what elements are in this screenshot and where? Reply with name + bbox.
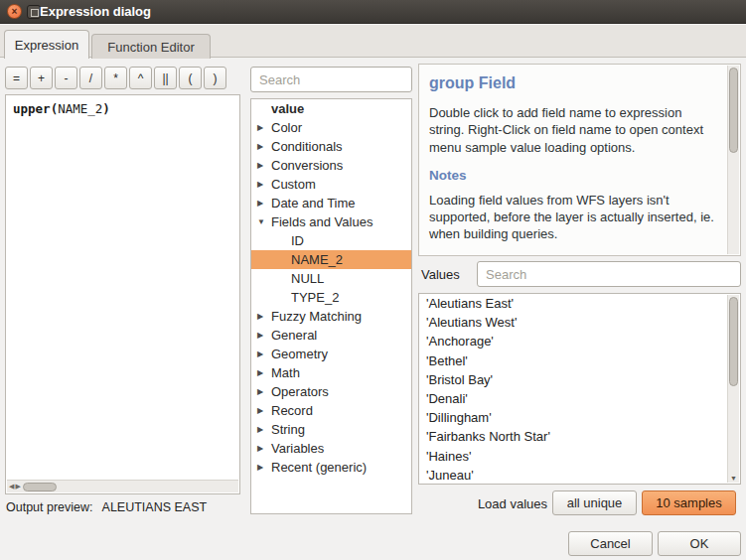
tree-item[interactable]: Custom xyxy=(251,175,411,194)
tree-item[interactable]: Variables xyxy=(251,439,411,458)
help-notes-text: Loading field values from WFS layers isn… xyxy=(429,192,718,243)
expander-icon[interactable] xyxy=(257,444,271,453)
expander-icon[interactable] xyxy=(257,217,271,226)
operator-button[interactable]: = xyxy=(5,67,28,89)
expander-icon[interactable] xyxy=(257,199,271,208)
tree-item[interactable]: Math xyxy=(251,363,411,382)
tree-item[interactable]: Operators xyxy=(251,382,411,401)
tree-item[interactable]: Color xyxy=(251,118,411,137)
expander-icon[interactable] xyxy=(257,123,271,132)
expander-icon[interactable] xyxy=(257,387,271,396)
expander-icon[interactable] xyxy=(257,350,271,358)
help-scrollbar[interactable] xyxy=(727,66,739,254)
value-item[interactable]: 'Dillingham' xyxy=(419,408,727,427)
tree-item[interactable]: TYPE_2 xyxy=(251,288,411,307)
operator-button[interactable]: || xyxy=(154,67,177,89)
operator-button[interactable]: * xyxy=(104,67,127,89)
function-search-input[interactable] xyxy=(250,67,412,92)
expander-icon[interactable] xyxy=(257,180,271,189)
tree-item-label: Operators xyxy=(271,384,329,399)
tree-item[interactable]: Fields and Values xyxy=(251,212,411,231)
tab-expression[interactable]: Expression xyxy=(4,30,89,59)
scroll-arrows-icon[interactable]: ◀▶ xyxy=(9,481,22,492)
expander-icon[interactable] xyxy=(257,368,271,377)
value-item[interactable]: 'Aleutians East' xyxy=(419,294,727,313)
tree-item[interactable]: Date and Time xyxy=(251,194,411,212)
operator-button[interactable]: ^ xyxy=(129,67,152,89)
values-label: Values xyxy=(421,267,460,282)
tree-item[interactable]: ID xyxy=(251,231,411,250)
tree-item-label: Conditionals xyxy=(271,139,343,154)
close-icon[interactable]: × xyxy=(7,4,22,19)
expander-icon[interactable] xyxy=(257,312,271,321)
help-scrollbar-thumb[interactable] xyxy=(729,68,738,153)
tree-item-label: value xyxy=(271,101,304,116)
horizontal-scrollbar[interactable]: ◀▶ xyxy=(7,480,238,492)
expander-icon[interactable] xyxy=(257,425,271,434)
value-item[interactable]: 'Haines' xyxy=(419,447,727,466)
scroll-down-icon[interactable]: ▼ xyxy=(728,475,739,482)
output-preview: Output preview:ALEUTIANS EAST xyxy=(6,500,207,514)
operator-button[interactable]: ) xyxy=(204,67,226,89)
expander-icon[interactable] xyxy=(257,161,271,170)
value-item[interactable]: 'Bethel' xyxy=(419,351,727,370)
tree-item-label: Geometry xyxy=(271,347,328,361)
ok-button[interactable]: OK xyxy=(658,531,741,556)
values-scrollbar-thumb[interactable] xyxy=(729,297,738,386)
expression-dialog-window: × Expression dialog Expression Function … xyxy=(0,0,746,560)
operator-button[interactable]: - xyxy=(55,67,77,89)
help-notes-heading: Notes xyxy=(429,168,718,183)
expression-editor[interactable]: upper(NAME_2) ◀▶ xyxy=(5,94,240,494)
operator-button[interactable]: / xyxy=(79,67,102,89)
help-panel: group Field Double click to add field na… xyxy=(418,64,741,256)
window-title: Expression dialog xyxy=(40,4,151,19)
titlebar[interactable]: × Expression dialog xyxy=(0,0,746,24)
function-tree: value Color Conditionals Conversions Cus… xyxy=(250,98,412,514)
tree-item[interactable]: String xyxy=(251,420,411,439)
operator-button[interactable]: + xyxy=(30,67,53,89)
expander-icon[interactable] xyxy=(257,463,271,472)
tree-item[interactable]: Geometry xyxy=(251,345,411,363)
value-item[interactable]: 'Denali' xyxy=(419,389,727,408)
expander-icon[interactable] xyxy=(257,142,271,151)
tree-item-label: NULL xyxy=(291,271,324,286)
expander-icon[interactable] xyxy=(257,331,271,340)
values-scrollbar[interactable]: ▼ xyxy=(727,295,739,483)
tree-item[interactable]: Fuzzy Matching xyxy=(251,307,411,326)
tree-item-label: TYPE_2 xyxy=(291,290,339,305)
tree-item[interactable]: Conversions xyxy=(251,156,411,175)
help-description: Double click to add field name to expres… xyxy=(429,104,718,156)
tree-item[interactable]: Conditionals xyxy=(251,137,411,156)
samples-button[interactable]: 10 samples xyxy=(642,490,736,515)
tree-item[interactable]: Record xyxy=(251,401,411,420)
value-item[interactable]: 'Aleutians West' xyxy=(419,313,727,332)
maximize-icon[interactable] xyxy=(27,5,41,19)
value-item[interactable]: 'Fairbanks North Star' xyxy=(419,427,727,446)
value-item[interactable]: 'Anchorage' xyxy=(419,332,727,350)
tree-item[interactable]: General xyxy=(251,326,411,345)
expression-close-paren: ) xyxy=(102,101,110,116)
operator-button[interactable]: ( xyxy=(179,67,202,89)
tree-item-label: Conversions xyxy=(271,158,343,173)
tree-item[interactable]: value xyxy=(251,99,411,118)
output-preview-value: ALEUTIANS EAST xyxy=(102,500,208,514)
tree-item-label: Record xyxy=(271,403,313,418)
tree-item-label: General xyxy=(271,328,317,343)
tree-item-label: String xyxy=(271,422,305,437)
values-search-input[interactable] xyxy=(477,261,741,287)
help-title: group Field xyxy=(429,74,718,92)
all-unique-button[interactable]: all unique xyxy=(552,490,637,515)
tree-item-label: Variables xyxy=(271,441,324,456)
cancel-button[interactable]: Cancel xyxy=(568,531,653,556)
tree-item[interactable]: NULL xyxy=(251,269,411,288)
values-list: 'Aleutians East''Aleutians West''Anchora… xyxy=(419,294,727,484)
tree-item[interactable]: NAME_2 xyxy=(251,250,411,269)
expander-icon[interactable] xyxy=(257,406,271,415)
value-item[interactable]: 'Juneau' xyxy=(419,466,727,485)
tab-bar: Expression Function Editor xyxy=(0,25,746,58)
tree-item[interactable]: Recent (generic) xyxy=(251,458,411,477)
value-item[interactable]: 'Bristol Bay' xyxy=(419,370,727,389)
tab-function-editor[interactable]: Function Editor xyxy=(91,34,211,59)
tree-item-label: Color xyxy=(271,120,302,135)
horizontal-scrollbar-thumb[interactable] xyxy=(23,483,57,491)
